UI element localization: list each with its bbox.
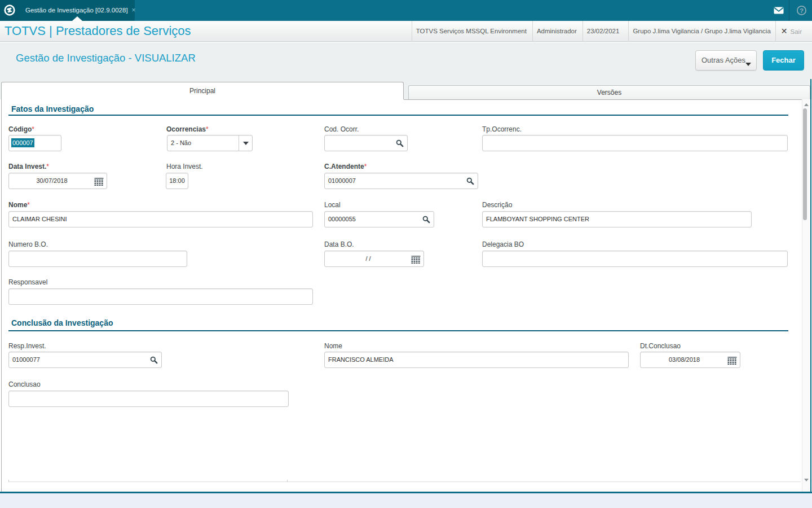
svg-text:?: ? xyxy=(800,7,804,14)
